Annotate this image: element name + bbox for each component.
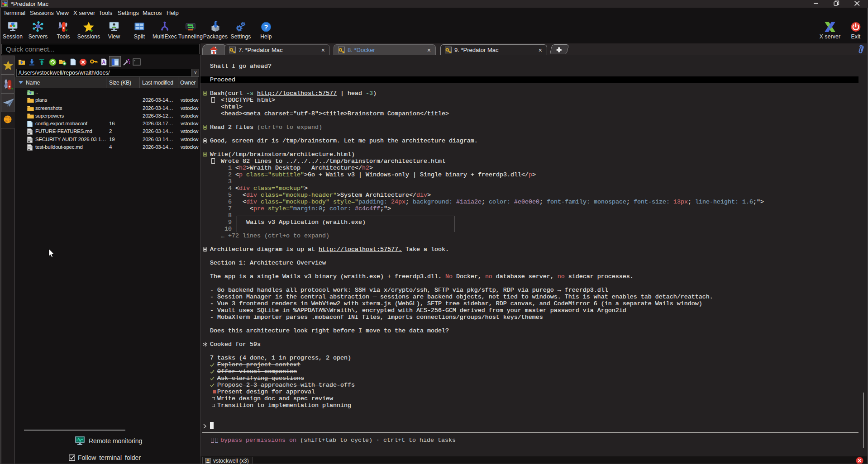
svg-text:?: ? [264, 23, 268, 31]
svg-text:A: A [102, 60, 105, 65]
svg-text:>: > [134, 60, 135, 62]
